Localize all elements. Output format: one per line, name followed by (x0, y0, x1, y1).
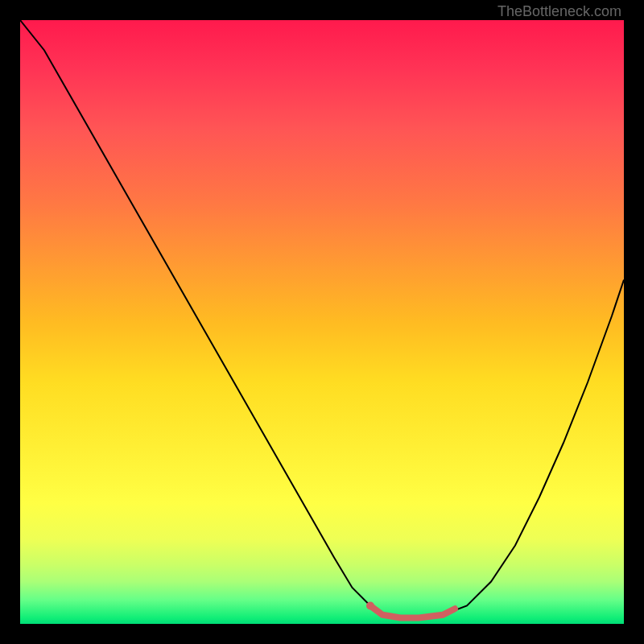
bottleneck-curve (20, 20, 624, 618)
chart-container: TheBottleneck.com (0, 0, 644, 644)
plot-area (20, 20, 624, 624)
optimal-highlight (370, 606, 455, 618)
watermark-text: TheBottleneck.com (497, 3, 621, 20)
highlight-dot (366, 602, 374, 610)
chart-svg (20, 20, 624, 624)
